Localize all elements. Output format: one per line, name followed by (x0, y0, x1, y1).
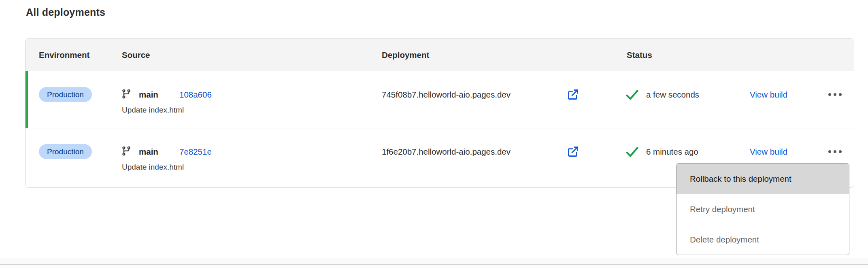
environment-badge: Production (39, 144, 92, 159)
dot (839, 150, 842, 153)
page-title: All deployments (26, 6, 105, 18)
dot (834, 150, 836, 153)
table-header-row: Environment Source Deployment Status (26, 39, 854, 71)
deployment-url: 745f08b7.helloworld-aio.pages.dev (382, 87, 511, 102)
column-header-environment: Environment (39, 39, 89, 71)
commit-link[interactable]: 7e8251e (179, 144, 212, 159)
environment-badge: Production (39, 87, 92, 102)
table-row: Production main 108a606 Update index.htm… (26, 71, 854, 128)
column-header-source: Source (122, 39, 150, 71)
branch-name: main (139, 144, 158, 159)
dot (828, 150, 831, 153)
deployment-url: 1f6e20b7.helloworld-aio.pages.dev (382, 144, 511, 159)
menu-item-rollback[interactable]: Rollback to this deployment (677, 164, 849, 194)
menu-item-retry[interactable]: Retry deployment (677, 194, 849, 224)
column-header-deployment: Deployment (382, 39, 429, 71)
current-deployment-indicator (26, 71, 28, 128)
commit-link[interactable]: 108a606 (179, 87, 212, 102)
view-build-link[interactable]: View build (750, 87, 787, 102)
check-success-icon (626, 89, 638, 100)
ellipsis-menu-icon[interactable] (824, 87, 846, 102)
dot (839, 93, 842, 96)
deployment-context-menu: Rollback to this deployment Retry deploy… (676, 163, 849, 255)
check-success-icon (626, 147, 638, 157)
ellipsis-menu-icon[interactable] (824, 144, 846, 159)
menu-item-delete[interactable]: Delete deployment (677, 224, 849, 255)
git-branch-icon (121, 89, 132, 99)
commit-message: Update index.html (122, 162, 184, 173)
status-time: a few seconds (646, 87, 699, 102)
external-link-icon[interactable] (566, 88, 580, 101)
status-time: 6 minutes ago (646, 144, 698, 159)
view-build-link[interactable]: View build (750, 144, 787, 159)
section-divider-band (0, 258, 868, 264)
dot (834, 93, 836, 96)
next-section-edge (0, 265, 868, 268)
column-header-status: Status (627, 39, 652, 71)
branch-name: main (139, 87, 158, 102)
commit-message: Update index.html (122, 104, 184, 116)
external-link-icon[interactable] (566, 145, 580, 158)
dot (828, 93, 831, 96)
git-branch-icon (121, 146, 132, 156)
